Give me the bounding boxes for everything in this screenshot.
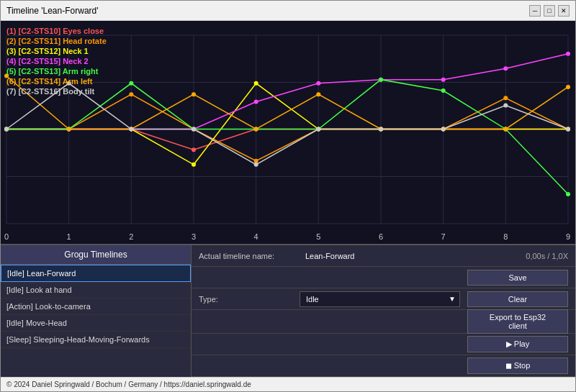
time-display: 0,00s / 1,0X — [460, 247, 575, 265]
play-value-empty — [300, 340, 460, 349]
bottom-panel: Grogu Timelines [Idle] Lean-Forward[Idle… — [1, 244, 575, 377]
stop-label-empty — [192, 362, 300, 370]
timeline-list-item[interactable]: [Action] Look-to-camera — [1, 298, 191, 315]
save-value-empty — [300, 273, 460, 282]
chart-area: (1) [C2-STS10] Eyes close(2) [C2-STS11] … — [1, 21, 575, 244]
save-row: Save — [192, 267, 575, 288]
type-select[interactable]: Idle Action Sleep — [300, 291, 460, 307]
timeline-name-label: Actual timeline name: — [192, 247, 300, 265]
save-label-empty — [192, 273, 300, 282]
timeline-list-item[interactable]: [Idle] Look at hand — [1, 282, 191, 298]
clear-button[interactable]: Clear — [467, 291, 568, 307]
window-controls: ─ □ ✕ — [529, 5, 570, 17]
stop-action: ◼ Stop — [460, 357, 575, 374]
status-text: © 2024 Daniel Springwald / Bochum / Germ… — [6, 380, 251, 388]
timeline-list-item[interactable]: [Idle] Move-Head — [1, 315, 191, 332]
maximize-button[interactable]: □ — [544, 5, 555, 17]
title-bar: Timeline 'Lean-Forward' ─ □ ✕ — [1, 1, 575, 21]
close-button[interactable]: ✕ — [558, 5, 570, 17]
type-label: Type: — [192, 291, 300, 308]
play-button[interactable]: ▶ Play — [467, 336, 568, 352]
status-bar: © 2024 Daniel Springwald / Bochum / Germ… — [1, 377, 575, 391]
stop-value-empty — [300, 362, 460, 370]
right-panel: Actual timeline name: Lean-Forward 0,00s… — [192, 245, 575, 377]
export-value-empty — [300, 317, 460, 326]
save-action: Save — [460, 270, 575, 286]
timeline-list: [Idle] Lean-Forward[Idle] Look at hand[A… — [1, 265, 191, 348]
play-row: ▶ Play — [192, 334, 575, 355]
minimize-button[interactable]: ─ — [529, 5, 541, 17]
left-panel-header: Grogu Timelines — [1, 245, 191, 265]
export-action: Export to Esp32 client — [460, 309, 575, 334]
stop-row: ◼ Stop — [192, 355, 575, 377]
main-window: Timeline 'Lean-Forward' ─ □ ✕ (1) [C2-ST… — [0, 0, 576, 392]
timeline-name-row: Actual timeline name: Lean-Forward 0,00s… — [192, 245, 575, 267]
timeline-canvas[interactable] — [1, 21, 575, 244]
save-button[interactable]: Save — [467, 270, 568, 286]
type-select-wrapper: Idle Action Sleep ▼ — [300, 291, 460, 307]
timeline-list-item[interactable]: [Sleep] Sleeping-Head-Moving-Forwards — [1, 332, 191, 348]
type-row: Type: Idle Action Sleep ▼ Clear — [192, 288, 575, 310]
timeline-list-item[interactable]: [Idle] Lean-Forward — [1, 265, 191, 282]
window-title: Timeline 'Lean-Forward' — [6, 6, 99, 16]
clear-action: Clear — [460, 291, 575, 307]
stop-button[interactable]: ◼ Stop — [467, 357, 568, 374]
export-button[interactable]: Export to Esp32 client — [467, 309, 568, 334]
play-label-empty — [192, 340, 300, 349]
timeline-name-value: Lean-Forward — [300, 247, 460, 265]
export-row: Export to Esp32 client — [192, 310, 575, 334]
play-action: ▶ Play — [460, 336, 575, 352]
left-panel: Grogu Timelines [Idle] Lean-Forward[Idle… — [1, 245, 192, 377]
export-label-empty — [192, 317, 300, 326]
